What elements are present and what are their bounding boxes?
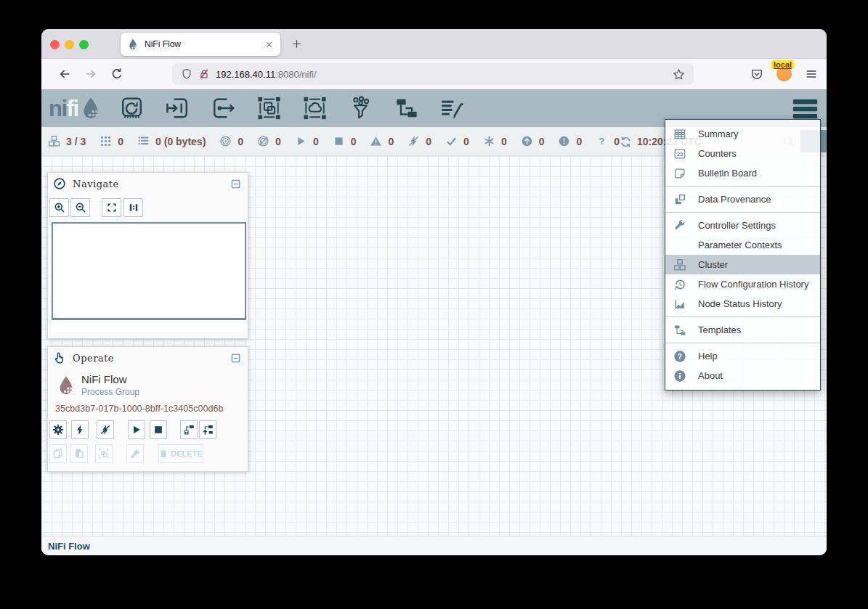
status-queued-value: 0 (0 bytes) [155, 136, 206, 147]
birdseye-minimap[interactable] [52, 222, 246, 320]
nifi-logo: nifi [49, 95, 102, 121]
browser-tab[interactable]: NiFi Flow [121, 33, 280, 56]
operate-panel-title: Operate [73, 353, 114, 364]
queued-list-icon [137, 135, 150, 147]
upload-template-button[interactable] [199, 420, 216, 439]
toolbar-processor[interactable] [119, 96, 145, 120]
copy-button[interactable] [49, 444, 67, 463]
status-queued: 0 (0 bytes) [137, 135, 206, 147]
menu-item-cluster[interactable]: Cluster [665, 255, 820, 274]
bullseye-slash-icon [257, 135, 269, 147]
flow-id: 35cbd3b7-017b-1000-8bff-1c3405c00d6b [55, 404, 248, 414]
svg-text:i: i [679, 372, 681, 380]
forward-button[interactable] [84, 68, 97, 81]
status-stopped-value: 0 [351, 136, 357, 147]
menu-item-help[interactable]: ?Help [665, 346, 820, 366]
insecure-lock-icon[interactable] [198, 68, 210, 80]
enable-button[interactable] [71, 420, 89, 439]
firefox-menu-icon[interactable] [805, 68, 818, 81]
zoom-fit-button[interactable] [102, 198, 121, 217]
window-minimize-button[interactable] [65, 40, 74, 49]
window-close-button[interactable] [50, 40, 60, 49]
toolbar-output-port[interactable] [211, 96, 236, 120]
group-button[interactable] [95, 444, 113, 463]
menu-item-bulletin-board[interactable]: Bulletin Board [665, 163, 820, 183]
operate-panel-header: Operate [48, 347, 248, 369]
toolbar-input-port[interactable] [165, 96, 190, 120]
menu-item-about[interactable]: iAbout [665, 366, 820, 385]
svg-text:?: ? [599, 136, 605, 147]
component-palette [119, 96, 465, 120]
delete-button-label: DELETE [171, 449, 203, 458]
bolt-icon [74, 424, 86, 436]
reload-button[interactable] [110, 68, 123, 81]
status-sync-failure: ?0 [596, 135, 620, 147]
status-locally-modified-stale: 0 [558, 135, 582, 147]
status-running-value: 0 [313, 136, 319, 147]
bookmark-star-icon[interactable] [673, 68, 685, 81]
toolbar-template[interactable] [394, 96, 419, 120]
url-bar[interactable]: 192.168.40.11:8080/nifi/ [172, 63, 694, 85]
flow-name: NiFi Flow [81, 373, 248, 385]
menu-item-label: Summary [698, 128, 739, 139]
refresh-icon[interactable] [620, 136, 632, 148]
status-invalid: 0 [370, 135, 394, 147]
stop-button[interactable] [150, 420, 167, 439]
asterisk-icon [483, 135, 495, 147]
menu-item-label: Help [698, 351, 718, 361]
menu-item-node-status-history[interactable]: Node Status History [665, 294, 820, 314]
status-up-to-date: 0 [445, 135, 469, 147]
one-one-icon [128, 202, 139, 213]
svg-text:23: 23 [677, 151, 683, 158]
menu-item-controller-settings[interactable]: Controller Settings [665, 216, 820, 235]
container-tab-label: local [771, 60, 794, 69]
status-disabled-value: 0 [426, 136, 431, 147]
pocket-icon[interactable] [750, 68, 763, 81]
toolbar-process-group[interactable] [256, 96, 282, 120]
status-not-transmitting-value: 0 [275, 136, 281, 147]
menu-item-counters[interactable]: 23Counters [665, 144, 820, 163]
menu-item-label: Parameter Contexts [698, 240, 782, 250]
zoom-actual-button[interactable] [123, 198, 143, 217]
new-tab-button[interactable] [291, 38, 302, 49]
menu-item-label: Counters [698, 148, 737, 159]
zoom-in-button[interactable] [49, 198, 69, 217]
template-flow-icon [673, 324, 687, 337]
breadcrumb-root[interactable]: NiFi Flow [48, 541, 90, 552]
status-locally-modified: 0 [483, 135, 507, 147]
toolbar-funnel[interactable] [348, 96, 373, 120]
menu-item-summary[interactable]: Summary [665, 124, 820, 144]
play-icon [295, 135, 307, 147]
back-button[interactable] [58, 68, 71, 81]
zoom-out-button[interactable] [70, 198, 90, 217]
collapse-operate-icon[interactable] [230, 353, 241, 364]
question-icon: ? [596, 135, 608, 147]
menu-item-templates[interactable]: Templates [665, 320, 820, 340]
collapse-navigate-icon[interactable] [230, 179, 241, 189]
delete-button[interactable]: DELETE [158, 444, 203, 463]
configuration-button[interactable] [49, 420, 67, 439]
start-button[interactable] [128, 420, 145, 439]
status-stopped: 0 [333, 135, 357, 147]
menu-item-flow-configuration-history[interactable]: Flow Configuration History [665, 274, 820, 294]
change-color-button[interactable] [126, 444, 144, 463]
brush-icon [129, 448, 141, 459]
toolbar-label[interactable] [439, 96, 465, 120]
warn-triangle-icon [370, 135, 382, 147]
tab-close-icon[interactable] [264, 40, 274, 49]
group-select-icon [98, 448, 110, 459]
operate-panel: Operate NiFi Flow Process Group 35cbd3b7… [47, 346, 248, 472]
menu-item-parameter-contexts[interactable]: Parameter Contexts [665, 235, 820, 255]
disable-button[interactable] [97, 420, 114, 439]
window-zoom-button[interactable] [79, 40, 89, 49]
status-transmitting-value: 0 [238, 136, 243, 147]
toolbar-remote-process-group[interactable] [302, 96, 328, 120]
tab-title: NiFi Flow [145, 39, 264, 49]
shield-icon[interactable] [181, 68, 192, 80]
paste-button[interactable] [70, 444, 88, 463]
global-menu: Summary23CountersBulletin BoardData Prov… [665, 119, 821, 391]
menu-item-data-provenance[interactable]: Data Provenance [665, 189, 820, 209]
save-template-button[interactable] [180, 420, 198, 439]
status-not-transmitting: 0 [257, 135, 281, 147]
global-menu-button[interactable] [793, 99, 817, 118]
